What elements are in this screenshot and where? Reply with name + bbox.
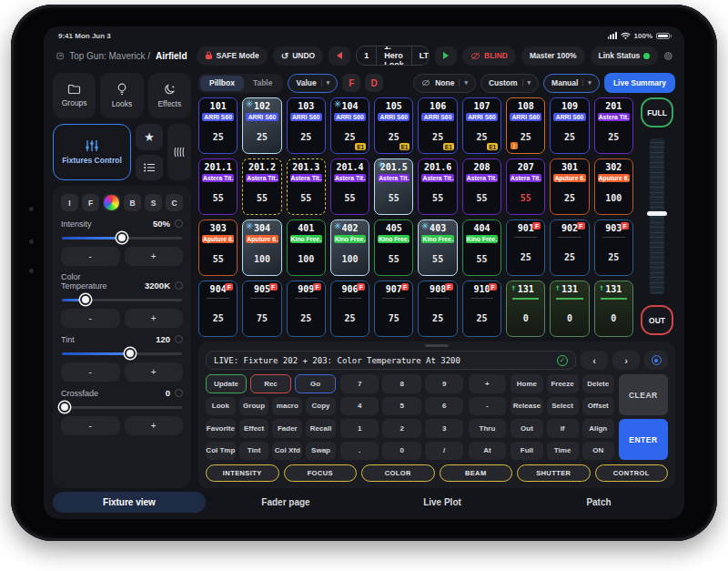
bottom-tab-live-plot[interactable]: Live Plot (366, 492, 519, 513)
slider-knob[interactable] (59, 402, 70, 413)
fixture-tile-102[interactable]: 102ARRI S6025 (242, 97, 281, 154)
fixture-tile-201.1[interactable]: 201.1Astera Tit…55 (198, 158, 238, 215)
key-4[interactable]: 4 (340, 397, 379, 416)
key-time[interactable]: Time (547, 442, 579, 461)
full-button[interactable]: FULL (641, 97, 673, 127)
attr-button-i[interactable]: I (61, 194, 78, 211)
param-slider-crossfade[interactable] (62, 401, 182, 413)
category-control[interactable]: CONTROL (595, 464, 669, 482)
fixture-tile-907[interactable]: 90775F (374, 280, 413, 337)
attr-button-f[interactable]: F (82, 194, 99, 211)
key-fader[interactable]: Fader (272, 419, 302, 438)
fixture-tile-201.6[interactable]: 201.6Astera Tit…55 (418, 158, 457, 215)
fixture-tile-201.4[interactable]: 201.4Astera Tit…55 (330, 158, 369, 215)
custom-dropdown[interactable]: Custom ▾ (480, 74, 539, 93)
list-view-button[interactable] (136, 155, 163, 181)
history-next-button[interactable]: › (612, 351, 640, 370)
key-look[interactable]: Look (206, 397, 236, 416)
tab-table[interactable]: Table (244, 76, 282, 91)
fixture-tile-201.3[interactable]: 201.3Astera Tit…55 (287, 158, 326, 215)
fader-handle[interactable] (647, 211, 667, 216)
enter-button[interactable]: ENTER (619, 419, 668, 460)
key-offset[interactable]: Offset (582, 397, 614, 416)
key-align[interactable]: Align (582, 419, 614, 438)
cue-mode[interactable]: LTP (411, 46, 430, 65)
fixture-tile-404[interactable]: 404Kino Free…55 (462, 219, 501, 276)
key-full[interactable]: Full (511, 442, 542, 461)
minus-button[interactable]: - (61, 362, 120, 382)
undo-button[interactable]: ↺ UNDO (273, 46, 323, 66)
key-delete[interactable]: Delete (582, 374, 614, 393)
blind-button[interactable]: BLIND (462, 46, 516, 66)
key-col-xfd[interactable]: Col Xfd (272, 442, 302, 461)
fixture-tile-906[interactable]: 90625F (330, 280, 369, 337)
key--[interactable]: - (469, 397, 507, 416)
fixture-tile-401[interactable]: 401Kino Free…100 (287, 219, 326, 276)
fixture-tile-101[interactable]: 101ARRI S6025 (198, 97, 238, 154)
key-macro[interactable]: macro (272, 397, 302, 416)
key-if[interactable]: if (547, 419, 579, 438)
plus-button[interactable]: + (125, 362, 184, 382)
live-summary-button[interactable]: Live Summary (604, 73, 675, 93)
fixture-tile-109[interactable]: 109ARRI S6025 (550, 97, 589, 154)
sidebar-item-groups[interactable]: Groups (53, 73, 96, 118)
minus-button[interactable]: - (61, 309, 120, 328)
minus-button[interactable]: - (61, 247, 120, 266)
flag-d-button[interactable]: D (365, 74, 383, 92)
key-at[interactable]: At (469, 442, 507, 461)
key-6[interactable]: 6 (425, 397, 464, 416)
fixture-tile-104[interactable]: 104ARRI S6025E1 (330, 97, 369, 154)
key-2[interactable]: 2 (382, 419, 421, 438)
project-icon[interactable] (56, 50, 64, 62)
key-swap[interactable]: Swap (306, 442, 336, 461)
key-rec[interactable]: Rec (250, 374, 291, 393)
category-intensity[interactable]: INTENSITY (206, 464, 279, 482)
key-home[interactable]: Home (511, 374, 542, 393)
key-1[interactable]: 1 (340, 419, 379, 438)
fixture-tile-131[interactable]: ↑1310 (550, 280, 589, 337)
plus-button[interactable]: + (125, 247, 184, 266)
slider-knob[interactable] (116, 232, 127, 243)
attr-button-b[interactable]: B (124, 194, 141, 211)
key-thru[interactable]: Thru (469, 419, 507, 438)
fixture-tile-107[interactable]: 107ARRI S6025E1 (462, 97, 501, 154)
param-slider-color-temperature[interactable] (62, 293, 182, 306)
fixture-tile-106[interactable]: 106ARRI S6025E1 (418, 97, 457, 154)
panel-drag-handle[interactable] (425, 344, 449, 347)
key-.[interactable]: . (340, 442, 379, 461)
key-go[interactable]: Go (295, 374, 336, 393)
key-tint[interactable]: Tint (239, 442, 269, 461)
stack-button[interactable] (167, 124, 191, 180)
bottom-tab-fixture-view[interactable]: Fixture view (53, 492, 206, 513)
fixture-tile-105[interactable]: 105ARRI S6025E1 (374, 97, 413, 154)
param-radio[interactable] (175, 219, 183, 228)
attr-button-s[interactable]: S (145, 194, 162, 211)
fixture-tile-901[interactable]: 90125F (506, 219, 545, 276)
target-button[interactable] (644, 351, 668, 370)
key--[interactable]: + (469, 374, 507, 393)
fixture-tile-201.5[interactable]: 201.5Astera Tit…55 (374, 158, 413, 215)
fixture-tile-905[interactable]: 90575F (242, 280, 281, 337)
minus-button[interactable]: - (61, 416, 120, 435)
fixture-tile-303[interactable]: 303Aputure 6…55 (198, 219, 238, 276)
fixture-tile-402[interactable]: 402Kino Free…100 (330, 219, 369, 276)
key-0[interactable]: 0 (382, 442, 421, 461)
fixture-tile-103[interactable]: 103ARRI S6025 (287, 97, 326, 154)
category-focus[interactable]: FOCUS (284, 464, 358, 482)
manual-dropdown[interactable]: Manual ▾ (543, 74, 600, 93)
param-radio[interactable] (175, 281, 183, 290)
fixture-tile-207[interactable]: 207Astera Tit…55 (506, 158, 545, 215)
color-wheel-button[interactable] (103, 194, 120, 211)
key-select[interactable]: Select (547, 397, 579, 416)
bottom-tab-fader-page[interactable]: Fader page (209, 492, 362, 513)
key-favorite[interactable]: Favorite (206, 419, 236, 438)
key-5[interactable]: 5 (382, 397, 421, 416)
history-prev-button[interactable]: ‹ (581, 351, 608, 370)
cue-box[interactable]: 1 1. Hero Look LTP (356, 46, 430, 66)
fixture-tile-131[interactable]: ↑1310 (506, 280, 545, 337)
view-tab-switch[interactable]: Pillbox Table (198, 74, 283, 93)
slider-knob[interactable] (125, 348, 136, 359)
none-dropdown[interactable]: None ▾ (413, 74, 476, 93)
settings-wheel-icon[interactable] (663, 48, 673, 64)
favorites-button[interactable]: ★ (136, 124, 163, 150)
